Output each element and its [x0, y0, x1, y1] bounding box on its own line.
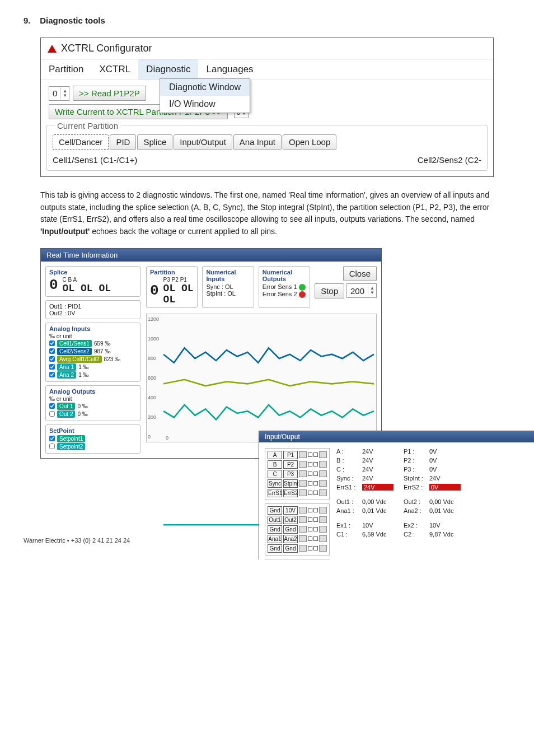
dropdown-diagnotic-window[interactable]: Diagnotic Window	[160, 79, 250, 96]
terminal-label: Gnd	[268, 506, 282, 515]
tab-open-loop[interactable]: Open Loop	[283, 134, 336, 150]
ai-checkbox[interactable]	[49, 356, 55, 362]
ai-checkbox[interactable]	[49, 340, 55, 346]
ao-value: 0 ‰	[77, 411, 87, 417]
sp-checkbox[interactable]	[49, 436, 55, 441]
terminal-label: ErrS2	[283, 489, 298, 497]
io-label: Out2 :	[404, 498, 429, 505]
screw-icon	[319, 480, 327, 487]
tab-splice[interactable]: Splice	[137, 134, 172, 150]
pin-icon	[308, 472, 312, 476]
io-label: P3 :	[404, 466, 429, 473]
menu-xctrl[interactable]: XCTRL	[91, 59, 138, 80]
tab-strip: Cell/Dancer PID Splice Input/Output Ana …	[53, 134, 481, 150]
sp-checkbox[interactable]	[49, 444, 55, 449]
ai-checkbox[interactable]	[49, 372, 55, 377]
terminal-label: P3	[283, 470, 298, 478]
interval-spinner[interactable]: 200 ▲▼	[346, 283, 377, 298]
io-label: Ana1 :	[336, 507, 362, 514]
io-value: 0,01 Vdc	[362, 507, 394, 514]
terminal-label: A	[268, 451, 282, 459]
tab-ana-input[interactable]: Ana Input	[233, 134, 282, 150]
ao-checkbox[interactable]	[49, 411, 55, 417]
io-value: 24V	[362, 448, 394, 455]
footer-left: Warner Electric • +33 (0) 2 41 21 24 24	[24, 537, 130, 544]
io-label: Ex1 :	[336, 522, 362, 529]
connector-row: Ana1Ana2	[268, 535, 327, 543]
splice-panel: Splice 0 C B A OL OL OL	[45, 266, 140, 297]
stop-button[interactable]: Stop	[315, 283, 344, 298]
para-bold: 'Input/output'	[40, 227, 90, 236]
tab-cell-dancer[interactable]: Cell/Dancer	[53, 134, 109, 150]
y-tick: 1000	[148, 336, 159, 342]
tab-pid[interactable]: PID	[110, 134, 136, 150]
sp-chip: Setpoint1	[57, 435, 85, 442]
num-inputs-panel: Numerical Inputs Sync : OL StpInt : OL	[202, 266, 254, 308]
ao-row: Out 1 0 ‰	[49, 403, 137, 410]
out1-label: Out1 : PID1	[49, 303, 137, 310]
io-value: 24V	[362, 484, 394, 491]
screw-icon	[299, 535, 307, 542]
io-values-col4: Out2 :0,00 VdcAna2 :0,01 Vdc	[404, 498, 461, 514]
ao-unit: ‰ or unit	[49, 396, 137, 402]
out-panel: Out1 : PID1 Out2 : 0V	[45, 300, 140, 319]
window-title: XCTRL Configurator	[61, 43, 152, 54]
connector-block: AP1BP2CP3SyncStpIntErrS1ErrS2	[265, 448, 330, 500]
io-window: Input/Ouput AP1BP2CP3SyncStpIntErrS1ErrS…	[259, 431, 534, 559]
dropdown-io-window[interactable]: I/O Window	[160, 96, 250, 113]
y-tick: 200	[148, 414, 159, 420]
partition-spinner[interactable]: 0 ▲▼	[49, 86, 69, 101]
sp-head: SetPoint	[49, 427, 137, 434]
y-tick: 800	[148, 356, 159, 361]
connector-block: Ex1+Ex2+Ex1-Ex2-C1+C2+C1-C2-ShldShld	[265, 559, 330, 559]
io-value: 24V	[362, 475, 394, 482]
partition-labels: P3 P2 P1	[163, 277, 194, 283]
menu-partition[interactable]: Partition	[41, 59, 91, 80]
numin-r2: StpInt : OL	[206, 290, 250, 297]
led-green-icon	[299, 284, 306, 291]
io-value: 0V	[429, 466, 461, 473]
section-title: Diagnostic tools	[40, 16, 105, 25]
terminal-label: Ana2	[283, 535, 298, 543]
ai-chip: Cell2/Sens2	[57, 348, 92, 355]
connector-row: GndGnd	[268, 544, 327, 553]
menu-languages[interactable]: Languages	[198, 59, 261, 80]
screw-icon	[299, 470, 307, 477]
screw-icon	[319, 461, 327, 468]
ai-checkbox[interactable]	[49, 348, 55, 354]
pin-icon	[308, 517, 312, 522]
pin-icon	[313, 452, 318, 457]
ao-checkbox[interactable]	[49, 403, 55, 409]
spinner-arrows-icon[interactable]: ▲▼	[368, 286, 376, 295]
out2-label: Out2 : 0V	[49, 310, 137, 316]
terminal-label: P2	[283, 460, 298, 469]
close-button[interactable]: Close	[343, 266, 377, 281]
partition-big: 0	[150, 282, 159, 299]
numout-head: Numerical Outputs	[263, 269, 306, 282]
io-value: 0V	[429, 457, 461, 464]
connector-row: Out1Out2	[268, 516, 327, 524]
ai-row: Ana 2 1 ‰	[49, 371, 137, 379]
connector-row: ErrS1ErrS2	[268, 489, 327, 497]
tab-input-output[interactable]: Input/Output	[174, 134, 232, 150]
spinner-arrows-icon[interactable]: ▲▼	[61, 89, 69, 98]
screw-icon	[299, 507, 307, 514]
io-label: StpInt :	[404, 475, 429, 482]
realtime-window: Real Time Information Splice 0 C B A OL …	[40, 248, 382, 459]
ai-value: 1 ‰	[78, 372, 88, 378]
pin-icon	[308, 508, 312, 512]
io-values-col5: Ex1 :10VC1 :6,59 Vdc	[336, 522, 394, 538]
read-button[interactable]: >> Read P1P2P	[73, 86, 146, 101]
terminal-label: Gnd	[268, 525, 282, 534]
menu-diagnostic[interactable]: Diagnostic	[138, 59, 198, 80]
section-heading: 9. Diagnostic tools	[24, 16, 510, 25]
screw-icon	[299, 545, 307, 552]
io-label: C :	[336, 466, 362, 473]
para-text: This tab is giving access to 2 diagnosti…	[40, 190, 489, 223]
section-number: 9.	[24, 16, 31, 25]
screw-icon	[299, 480, 307, 487]
partition-seg: OL OL OL	[163, 283, 194, 305]
y-tick: 0	[148, 434, 159, 440]
connector-row: AP1	[268, 451, 327, 459]
ai-checkbox[interactable]	[49, 364, 55, 370]
